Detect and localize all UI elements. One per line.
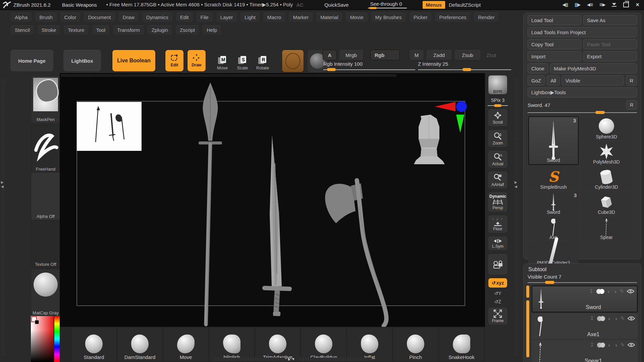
subtract-icon[interactable]: ◐: [608, 342, 611, 348]
menus-toggle[interactable]: Menus: [422, 1, 446, 9]
rotate-tool[interactable]: R Rotate: [254, 50, 271, 72]
subtool-item-spear1[interactable]: ↧ ◐ ◑ ✎ Spear1: [532, 340, 638, 362]
tool-sphere3d[interactable]: Sphere3D: [580, 116, 633, 140]
hue-strip[interactable]: [54, 316, 60, 362]
right-divider-arrows[interactable]: ▶ ◀: [515, 180, 517, 188]
menu-preferences[interactable]: Preferences: [434, 12, 471, 22]
freehand-stroke-tile[interactable]: FreeHand: [31, 125, 60, 173]
alpha-off-tile[interactable]: Alpha Off: [31, 172, 60, 220]
quicksave-button[interactable]: QuickSave: [324, 2, 349, 8]
menu-picker[interactable]: Picker: [409, 12, 432, 22]
paint-icon[interactable]: ✎: [620, 288, 624, 294]
menu-my-brushes[interactable]: My Brushes: [371, 12, 407, 22]
menu-texture[interactable]: Texture: [63, 25, 89, 35]
menu-zplugin[interactable]: Zplugin: [147, 25, 173, 35]
menu-movie[interactable]: Movie: [345, 12, 368, 22]
visibility-eye-icon[interactable]: [628, 316, 635, 321]
minimize-icon[interactable]: [612, 3, 616, 7]
divider-open-icon[interactable]: ▶: [1, 180, 4, 184]
rgb-intensity-slider[interactable]: [323, 69, 415, 70]
menu-macro[interactable]: Macro: [263, 12, 286, 22]
menu-stroke[interactable]: Stroke: [37, 25, 61, 35]
brush-pinch[interactable]: Pinch: [393, 328, 438, 361]
paint-icon[interactable]: ✎: [620, 315, 625, 321]
menu-alpha[interactable]: Alpha: [10, 12, 32, 22]
union-icon[interactable]: [597, 343, 605, 348]
menu-light[interactable]: Light: [240, 12, 260, 22]
zoom-button[interactable]: Zoom: [488, 130, 508, 147]
lightbox-tools-button[interactable]: Lightbox▶Tools: [528, 87, 637, 98]
menu-brush[interactable]: Brush: [35, 12, 57, 22]
local-symmetry-button[interactable]: L.Sym: [488, 236, 508, 251]
a-button[interactable]: A: [323, 50, 337, 60]
polyframe-icon[interactable]: ↧: [590, 315, 594, 321]
scale-tool[interactable]: S Scale: [234, 50, 251, 72]
intersect-icon[interactable]: ◑: [614, 342, 617, 348]
paint-icon[interactable]: ✎: [620, 342, 625, 348]
z-intensity-handle[interactable]: [463, 68, 471, 71]
polyframe-icon[interactable]: ↧: [590, 342, 594, 348]
menu-zscript[interactable]: Zscript: [175, 25, 200, 35]
dynamic-persp-button[interactable]: Dynamic Persp: [488, 192, 508, 212]
brush-move[interactable]: Move: [164, 328, 208, 361]
rotate-z-button[interactable]: ↺Z: [494, 299, 501, 304]
restore-config-button[interactable]: R: [626, 100, 637, 110]
divider-open-icon[interactable]: ▶: [515, 180, 517, 184]
intersect-icon[interactable]: ◑: [614, 316, 617, 321]
menu-help[interactable]: Help: [202, 25, 222, 35]
texture-off-tile[interactable]: Texture Off: [31, 220, 60, 268]
move-tool[interactable]: M Move: [214, 50, 231, 72]
load-tools-from-project-button[interactable]: Load Tools From Project: [528, 27, 637, 37]
subtool-scrollbar-top[interactable]: [526, 286, 529, 298]
tool-simplebrush[interactable]: S SimpleBrush: [528, 167, 579, 190]
menu-color[interactable]: Color: [60, 12, 81, 22]
menu-material[interactable]: Material: [316, 12, 343, 22]
visible-count-slider[interactable]: [528, 282, 637, 283]
tool-polymesh3d[interactable]: PolyMesh3D: [580, 141, 633, 165]
divider-close-icon[interactable]: ◀: [1, 185, 4, 188]
see-through-slider[interactable]: See-through 0: [368, 1, 407, 8]
polyframe-icon[interactable]: ↧: [589, 288, 594, 294]
tool-spear[interactable]: Spear: [580, 217, 633, 240]
tool-pm3d-cylinder3[interactable]: PM3D_Cylinder3: [528, 242, 579, 265]
edit-button[interactable]: Edit: [165, 50, 184, 72]
menu-file[interactable]: File: [196, 12, 213, 22]
subtract-icon[interactable]: ◐: [607, 289, 610, 294]
shelf-shrink-left-icon[interactable]: ◀||||: [562, 2, 568, 7]
tool-axe[interactable]: Axe: [528, 217, 579, 240]
menu-dynamics[interactable]: Dynamics: [142, 12, 173, 22]
window-cycle-right-icon[interactable]: ⊞▶: [599, 2, 605, 7]
home-page-button[interactable]: Home Page: [10, 50, 54, 72]
matcap-gray-tile[interactable]: MatCap Gray: [31, 269, 60, 317]
tool-sword2[interactable]: 3 Sword: [528, 192, 579, 215]
default-zscript-button[interactable]: DefaultZScript: [449, 2, 481, 8]
zsub-button[interactable]: Zsub: [454, 50, 481, 60]
load-tool-button[interactable]: Load Tool: [528, 15, 581, 25]
brush-hpolish[interactable]: hPolish: [210, 328, 254, 361]
frame-button[interactable]: Frame: [488, 307, 508, 325]
import-button[interactable]: Import: [528, 51, 581, 61]
camera-lock-button[interactable]: [488, 254, 508, 275]
maskpen-brush-tile[interactable]: MaskPen: [31, 75, 60, 123]
tool-cylinder3d[interactable]: Cylinder3D: [580, 167, 633, 190]
z-intensity-slider[interactable]: [418, 69, 511, 70]
visibility-eye-icon[interactable]: [628, 343, 635, 347]
visibility-eye-icon[interactable]: [627, 289, 634, 294]
rgb-intensity-handle[interactable]: [327, 68, 336, 71]
tool-cube3d[interactable]: Cube3D: [580, 192, 633, 215]
brush-snakehook[interactable]: SnakeHook: [439, 328, 484, 361]
left-divider-arrows[interactable]: ▶ ◀: [1, 180, 4, 188]
goz-visible-button[interactable]: Visible: [562, 75, 624, 85]
goz-r-button[interactable]: R: [626, 75, 637, 85]
brush-trimadaptive[interactable]: TrimAdaptive: [256, 328, 300, 361]
menu-tool[interactable]: Tool: [92, 25, 110, 35]
active-tool-slider[interactable]: [528, 112, 637, 113]
menu-draw[interactable]: Draw: [118, 12, 139, 22]
divider-close-icon[interactable]: ◀: [515, 185, 517, 188]
zcut-button[interactable]: Zcut: [483, 50, 499, 60]
window-cycle-left-icon[interactable]: ◀⊞: [587, 2, 593, 7]
spix-slider[interactable]: SPix 3: [487, 98, 508, 106]
see-through-handle[interactable]: [369, 7, 377, 9]
m-button[interactable]: M: [409, 50, 424, 60]
menu-stencil[interactable]: Stencil: [10, 25, 35, 35]
